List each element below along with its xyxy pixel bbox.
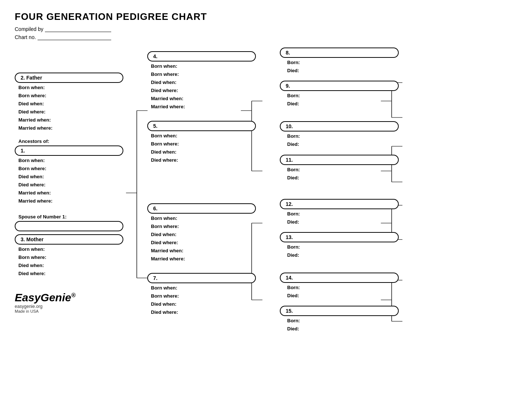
person-7-box[interactable]: 7. xyxy=(147,273,256,283)
person-2-box[interactable]: 2. Father xyxy=(15,73,123,83)
person-3-block: 3. Mother Born when: Born where: Died wh… xyxy=(15,234,129,280)
person-10-block: 10. Born: Died: xyxy=(280,121,405,151)
chart-wrapper: 2. Father Born when: Born where: Died wh… xyxy=(15,48,517,338)
brand-name: EasyGenie® xyxy=(15,291,129,304)
person-14-block: 14. Born: Died: xyxy=(280,273,405,302)
brand-block: EasyGenie® easygenie.org Made in USA xyxy=(15,291,129,313)
gen1-column: 2. Father Born when: Born where: Died wh… xyxy=(15,48,129,338)
person-4-block: 4. Born when: Born where: Died when: Die… xyxy=(147,51,261,113)
ancestors-label: Ancestors of: xyxy=(18,138,129,144)
person-2-block: 2. Father Born when: Born where: Died wh… xyxy=(15,73,129,135)
person-5-info: Born when: Born where: Died when: Died w… xyxy=(147,131,261,166)
person-11-id: 11. xyxy=(286,157,293,163)
person-13-id: 13. xyxy=(286,234,293,240)
person-3-info: Born when: Born where: Died when: Died w… xyxy=(15,245,129,280)
person-1-box[interactable]: 1. xyxy=(15,145,123,156)
person-6-info: Born when: Born where: Died when: Died w… xyxy=(147,214,261,266)
person-2-id: 2. Father xyxy=(21,75,42,81)
person-7-id: 7. xyxy=(153,275,158,281)
spouse-box[interactable] xyxy=(15,221,123,231)
gen4-column: 8. Born: Died: 9. Born: Died: xyxy=(280,48,405,338)
person-11-box[interactable]: 11. xyxy=(280,155,399,165)
person-15-id: 15. xyxy=(286,308,293,314)
person-14-id: 14. xyxy=(286,275,293,281)
person-4-id: 4. xyxy=(153,53,158,59)
person-11-block: 11. Born: Died: xyxy=(280,155,405,184)
person-7-block: 7. Born when: Born where: Died when: Die… xyxy=(147,273,261,319)
person-14-info: Born: Died: xyxy=(280,283,405,302)
person-13-block: 13. Born: Died: xyxy=(280,232,405,262)
person-12-id: 12. xyxy=(286,201,293,207)
person-3-id: 3. Mother xyxy=(21,236,43,242)
person-7-info: Born when: Born where: Died when: Died w… xyxy=(147,283,261,319)
person-8-box[interactable]: 8. xyxy=(280,48,399,58)
person-4-box[interactable]: 4. xyxy=(147,51,256,62)
person-6-block: 6. Born when: Born where: Died when: Die… xyxy=(147,203,261,266)
person-10-id: 10. xyxy=(286,123,293,129)
person-9-id: 9. xyxy=(286,83,290,89)
person-1-block: 1. Born when: Born where: Died when: Die… xyxy=(15,145,129,208)
person-2-info: Born when: Born where: Died when: Died w… xyxy=(15,83,129,135)
header-info: Compiled by Chart no. xyxy=(15,26,517,40)
person-15-box[interactable]: 15. xyxy=(280,306,399,316)
spouse-box-wrapper xyxy=(15,221,129,231)
person-10-box[interactable]: 10. xyxy=(280,121,399,131)
person-1-info: Born when: Born where: Died when: Died w… xyxy=(15,156,129,208)
person-8-info: Born: Died: xyxy=(280,58,405,77)
person-9-info: Born: Died: xyxy=(280,91,405,110)
person-8-id: 8. xyxy=(286,50,290,56)
person-12-info: Born: Died: xyxy=(280,209,405,228)
spouse-label: Spouse of Number 1: xyxy=(18,214,129,220)
brand-made: Made in USA xyxy=(15,309,129,313)
person-12-block: 12. Born: Died: xyxy=(280,199,405,228)
gen2-column: 4. Born when: Born where: Died when: Die… xyxy=(147,48,261,319)
person-15-info: Born: Died: xyxy=(280,316,405,335)
person-13-info: Born: Died: xyxy=(280,242,405,262)
person-3-box[interactable]: 3. Mother xyxy=(15,234,123,245)
person-13-box[interactable]: 13. xyxy=(280,232,399,242)
person-6-id: 6. xyxy=(153,206,158,211)
brand-url: easygenie.org xyxy=(15,304,129,309)
person-5-box[interactable]: 5. xyxy=(147,121,256,131)
person-8-block: 8. Born: Died: xyxy=(280,48,405,77)
person-6-box[interactable]: 6. xyxy=(147,203,256,214)
person-9-block: 9. Born: Died: xyxy=(280,81,405,110)
person-15-block: 15. Born: Died: xyxy=(280,306,405,335)
person-11-info: Born: Died: xyxy=(280,165,405,184)
person-5-block: 5. Born when: Born where: Died when: Die… xyxy=(147,121,261,166)
person-9-box[interactable]: 9. xyxy=(280,81,399,91)
chart-no-label: Chart no. xyxy=(15,34,36,40)
person-10-info: Born: Died: xyxy=(280,131,405,151)
person-1-id: 1. xyxy=(21,148,25,154)
person-4-info: Born when: Born where: Died when: Died w… xyxy=(147,62,261,113)
person-12-box[interactable]: 12. xyxy=(280,199,399,209)
page-title: FOUR GENERATION PEDIGREE CHART xyxy=(15,11,517,22)
compiled-by-label: Compiled by xyxy=(15,26,43,32)
person-5-id: 5. xyxy=(153,123,158,129)
person-14-box[interactable]: 14. xyxy=(280,273,399,283)
